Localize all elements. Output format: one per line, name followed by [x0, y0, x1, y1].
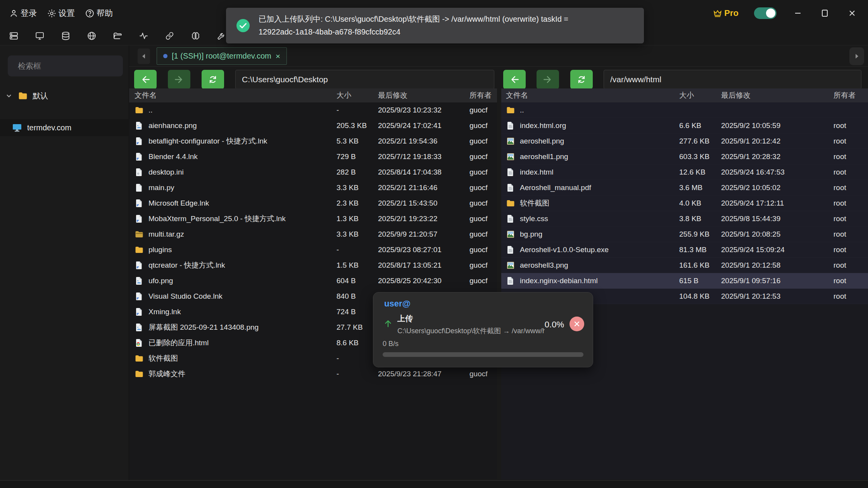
- column-header-size[interactable]: 大小: [337, 90, 378, 100]
- file-name: Aeroshell-v1.0.0-Setup.exe: [520, 246, 609, 254]
- file-name-cell: MobaXterm_Personal_25.0 - 快捷方式.lnk: [135, 214, 337, 224]
- file-row[interactable]: plugins-2025/9/23 08:27:01guocf: [129, 242, 497, 258]
- file-row[interactable]: ..: [501, 102, 868, 118]
- right-column-headers: 文件名 大小 最后修改 所有者: [501, 88, 868, 102]
- tab-close-icon[interactable]: ×: [276, 52, 280, 61]
- file-name-cell: multi.tar.gz: [135, 230, 337, 239]
- file-owner: guocf: [469, 199, 497, 208]
- file-name-cell: aeroshell.png: [506, 137, 679, 146]
- left-path-input[interactable]: [242, 75, 488, 84]
- session-tab[interactable]: [1 (SSH)] root@termdev.com ×: [157, 47, 287, 65]
- shortcut-icon: [135, 307, 144, 317]
- right-forward-button[interactable]: [537, 70, 559, 89]
- search-box[interactable]: [8, 55, 123, 76]
- file-row[interactable]: Aeroshell_manual.pdf3.6 MB2025/9/2 10:05…: [501, 180, 868, 196]
- left-forward-button[interactable]: [168, 70, 190, 89]
- file-owner: guocf: [469, 137, 497, 145]
- file-name: ufo.png: [148, 277, 173, 285]
- chevron-down-icon[interactable]: [5, 92, 12, 99]
- file-name: bg.png: [520, 230, 542, 239]
- link-icon[interactable]: [165, 31, 174, 41]
- file-row[interactable]: aeroshell3.png161.6 KB2025/9/1 20:12:58r…: [501, 258, 868, 273]
- file-name: desktop.ini: [148, 168, 184, 177]
- column-header-owner[interactable]: 所有者: [469, 90, 497, 100]
- file-row[interactable]: index.html12.6 KB2025/9/24 16:47:53root: [501, 164, 868, 180]
- file-row[interactable]: Blender 4.4.lnk729 B2025/7/12 19:18:33gu…: [129, 149, 497, 164]
- brain-icon[interactable]: [191, 31, 200, 41]
- column-header-date[interactable]: 最后修改: [378, 90, 469, 100]
- right-file-list: ..index.html.org6.6 KB2025/9/2 10:05:59r…: [501, 102, 868, 304]
- login-menu-item[interactable]: 登录: [9, 8, 37, 19]
- sidebar-item-termdev[interactable]: termdev.com: [0, 119, 129, 136]
- file-row[interactable]: multi.tar.gz3.3 KB2025/9/9 21:20:57guocf: [129, 227, 497, 242]
- maximize-icon[interactable]: [819, 7, 831, 19]
- file-date: 2025/9/8 15:44:39: [721, 215, 833, 223]
- database-icon[interactable]: [61, 31, 71, 41]
- pro-label: Pro: [724, 8, 739, 18]
- folder-open-icon[interactable]: [113, 31, 123, 41]
- file-row[interactable]: ufo.png604 B2025/8/25 20:42:30guocf: [129, 273, 497, 289]
- file-row[interactable]: style.css3.8 KB2025/9/8 15:44:39root: [501, 211, 868, 227]
- file-date: 2025/9/24 17:02:41: [378, 121, 469, 130]
- file-row[interactable]: aeroshell.png277.6 KB2025/9/1 20:12:42ro…: [501, 133, 868, 149]
- server-list-icon[interactable]: [9, 31, 19, 41]
- column-header-date[interactable]: 最后修改: [721, 90, 833, 100]
- file-row[interactable]: Aeroshell-v1.0.0-Setup.exe81.3 MB2025/9/…: [501, 242, 868, 258]
- left-back-button[interactable]: [134, 70, 157, 89]
- left-refresh-button[interactable]: [202, 70, 224, 89]
- tab-scroll-right-icon[interactable]: [849, 47, 864, 65]
- settings-menu-item[interactable]: 设置: [47, 8, 75, 19]
- sidebar-group-default[interactable]: 默认: [0, 87, 129, 104]
- file-date: 2025/8/25 20:42:30: [378, 277, 469, 285]
- file-row[interactable]: aeroshell1.png603.3 KB2025/9/1 20:28:32r…: [501, 149, 868, 164]
- file-name-cell: Blender 4.4.lnk: [135, 152, 337, 161]
- file-owner: guocf: [469, 370, 497, 378]
- file-owner: guocf: [469, 121, 497, 130]
- search-input[interactable]: [18, 62, 121, 71]
- file-row[interactable]: betaflight-configurator - 快捷方式.lnk5.3 KB…: [129, 133, 497, 149]
- file-row[interactable]: 软件截图4.0 KB2025/9/24 17:12:11root: [501, 196, 868, 211]
- file-row[interactable]: qtcreator - 快捷方式.lnk1.5 KB2025/8/17 13:0…: [129, 258, 497, 273]
- close-icon[interactable]: [846, 7, 858, 19]
- activity-icon[interactable]: [139, 31, 148, 41]
- file-row[interactable]: ..-2025/9/23 10:23:32guocf: [129, 102, 497, 118]
- theme-toggle[interactable]: [754, 7, 777, 19]
- column-header-name[interactable]: 文件名: [506, 90, 679, 100]
- file-name: qtcreator - 快捷方式.lnk: [148, 260, 225, 270]
- local-file-panel: 文件名 大小 最后修改 所有者 ..-2025/9/23 10:23:32guo…: [129, 88, 497, 479]
- file-row[interactable]: aienhance.png205.3 KB2025/9/24 17:02:41g…: [129, 118, 497, 133]
- window-controls: Pro: [713, 0, 858, 26]
- file-owner: guocf: [469, 215, 497, 223]
- file-owner: root: [833, 168, 868, 177]
- cancel-transfer-icon[interactable]: [569, 317, 584, 331]
- file-row[interactable]: index.nginx-debian.html615 B2025/9/1 09:…: [501, 273, 868, 289]
- file-owner: guocf: [469, 277, 497, 285]
- column-header-owner[interactable]: 所有者: [833, 90, 868, 100]
- pro-badge[interactable]: Pro: [713, 8, 739, 18]
- tab-scroll-left-icon[interactable]: [138, 48, 150, 64]
- file-row[interactable]: index.html.org6.6 KB2025/9/2 10:05:59roo…: [501, 118, 868, 133]
- file-size: 729 B: [337, 152, 378, 161]
- file-name-cell: 已删除的应用.html: [135, 338, 337, 348]
- right-path-input[interactable]: [610, 75, 855, 84]
- shortcut-icon: [135, 137, 144, 146]
- help-menu-item[interactable]: 帮助: [85, 8, 113, 19]
- file-name: multi.tar.gz: [148, 230, 184, 239]
- file-row[interactable]: desktop.ini282 B2025/8/14 17:04:38guocf: [129, 164, 497, 180]
- file-row[interactable]: main.py3.3 KB2025/2/1 21:16:46guocf: [129, 180, 497, 196]
- wrench-icon[interactable]: [217, 31, 226, 41]
- file-owner: root: [833, 121, 868, 130]
- globe-icon[interactable]: [87, 31, 97, 41]
- minimize-icon[interactable]: [792, 7, 804, 19]
- right-refresh-button[interactable]: [570, 70, 593, 89]
- file-row[interactable]: Microsoft Edge.lnk2.3 KB2025/2/1 15:43:5…: [129, 196, 497, 211]
- server-label: termdev.com: [27, 123, 71, 132]
- column-header-name[interactable]: 文件名: [135, 90, 337, 100]
- right-back-button[interactable]: [503, 70, 526, 89]
- column-header-size[interactable]: 大小: [679, 90, 721, 100]
- file-row[interactable]: MobaXterm_Personal_25.0 - 快捷方式.lnk1.3 KB…: [129, 211, 497, 227]
- monitor-icon[interactable]: [35, 31, 45, 41]
- file-row[interactable]: 郭成峰文件-2025/9/23 21:28:47guocf: [129, 366, 497, 382]
- file-size: 1.5 KB: [337, 261, 378, 270]
- file-row[interactable]: bg.png255.9 KB2025/9/1 20:08:25root: [501, 227, 868, 242]
